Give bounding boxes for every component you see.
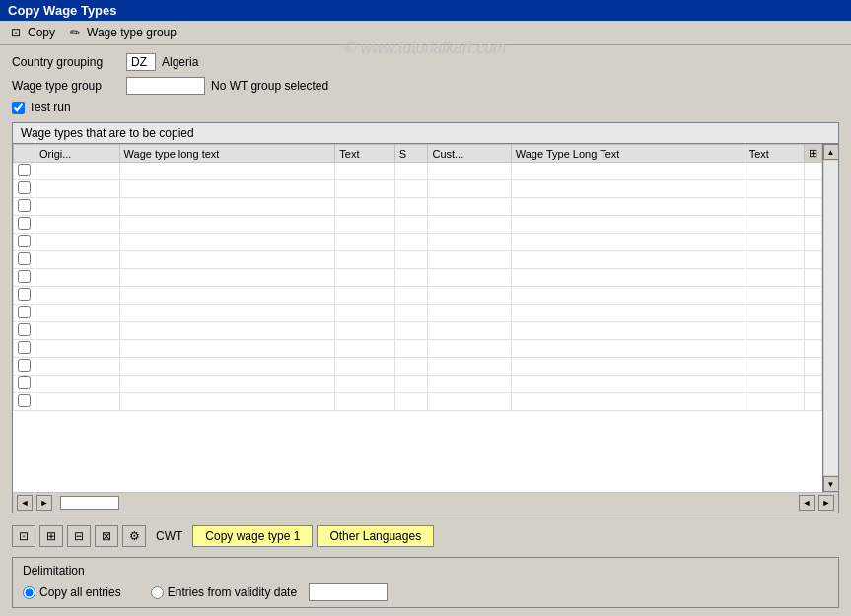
copy-all-label[interactable]: Copy all entries: [39, 585, 121, 599]
vertical-scrollbar: ▲ ▼: [822, 144, 838, 492]
table-cell: [428, 287, 511, 305]
entries-from-label[interactable]: Entries from validity date: [168, 585, 297, 599]
table-cell: [511, 269, 745, 287]
table-cell: [428, 393, 511, 411]
table-cell: [394, 322, 428, 340]
col-cust: Cust...: [428, 145, 511, 163]
table-cell: [119, 163, 335, 180]
table-cell: [428, 234, 511, 251]
table-cell: [428, 251, 511, 269]
wage-types-table-container: Wage types that are to be copied Origi..…: [12, 122, 839, 513]
table-cell: [335, 269, 394, 287]
table-cell: [119, 358, 335, 376]
table-row: [14, 198, 822, 216]
scroll-track[interactable]: [824, 161, 838, 475]
table-nav-bar: ◄ ► ◄ ►: [13, 492, 838, 513]
table-cell: [511, 340, 745, 358]
row-checkbox[interactable]: [18, 217, 31, 230]
table-cell: [35, 322, 120, 340]
col-selector-btn[interactable]: ⊞: [805, 145, 822, 163]
copy-all-item: Copy all entries: [23, 585, 121, 599]
row-checkbox[interactable]: [18, 270, 31, 283]
row-checkbox[interactable]: [18, 359, 31, 372]
title-bar: Copy Wage Types: [0, 0, 851, 21]
table-cell: [119, 216, 335, 234]
row-selector: [805, 322, 822, 340]
table-cell: [394, 163, 428, 180]
no-wt-group-text: No WT group selected: [211, 79, 328, 93]
col-text: Text: [335, 145, 394, 163]
scroll-down-btn[interactable]: ▼: [823, 476, 839, 492]
table-row: [14, 322, 822, 340]
row-selector: [805, 234, 822, 251]
table-cell: [428, 322, 511, 340]
nav-right-btn[interactable]: ►: [36, 495, 52, 511]
table-cell: [745, 234, 804, 251]
copy-wage-type-button[interactable]: Copy wage type 1: [192, 525, 313, 547]
table-cell: [745, 216, 804, 234]
icon-btn-4[interactable]: ⊠: [95, 525, 118, 547]
country-code-input[interactable]: [126, 53, 156, 71]
row-checkbox[interactable]: [18, 252, 31, 265]
row-checkbox[interactable]: [18, 288, 31, 301]
table-cell: [35, 251, 120, 269]
table-cell: [35, 234, 120, 251]
col-wtlt: Wage type long text: [119, 145, 335, 163]
right-nav: ◄ ►: [799, 495, 834, 511]
entries-from-radio[interactable]: [151, 586, 164, 599]
table-row: [14, 216, 822, 234]
row-checkbox[interactable]: [18, 235, 31, 247]
row-checkbox[interactable]: [18, 323, 31, 336]
icon-btn-5[interactable]: ⚙: [122, 525, 146, 547]
wage-type-group-toolbar-item[interactable]: ✏ Wage type group: [67, 25, 177, 40]
toolbar: ⊡ Copy ✏ Wage type group © www.tutorialk…: [0, 21, 851, 45]
table-cell: [745, 305, 804, 322]
row-checkbox[interactable]: [18, 164, 31, 176]
row-selector: [805, 216, 822, 234]
table-cell: [745, 251, 804, 269]
nav-left-btn[interactable]: ◄: [17, 495, 33, 511]
test-run-row: Test run: [12, 101, 839, 114]
table-scroll-area: Origi... Wage type long text Text S Cust…: [13, 144, 822, 492]
row-checkbox[interactable]: [18, 181, 31, 194]
nav-dots: [60, 496, 119, 510]
table-cell: [335, 358, 394, 376]
other-languages-button[interactable]: Other Languages: [317, 525, 434, 547]
table-cell: [511, 216, 745, 234]
table-cell: [745, 393, 804, 411]
row-checkbox[interactable]: [18, 394, 31, 407]
date-input[interactable]: [309, 583, 388, 601]
copy-toolbar-item[interactable]: ⊡ Copy: [8, 25, 55, 40]
row-checkbox[interactable]: [18, 341, 31, 354]
table-cell: [335, 340, 394, 358]
cwt-label: CWT: [150, 527, 188, 545]
wage-type-group-input[interactable]: [126, 77, 205, 95]
edit-toolbar-icon: ✏: [67, 25, 83, 40]
table-cell: [394, 251, 428, 269]
table-row: [14, 287, 822, 305]
test-run-label[interactable]: Test run: [29, 101, 71, 114]
table-cell: [35, 358, 120, 376]
row-checkbox[interactable]: [18, 376, 31, 389]
icon-btn-2[interactable]: ⊞: [39, 525, 63, 547]
table-cell: [335, 163, 394, 180]
table-cell: [35, 163, 120, 180]
table-cell: [511, 287, 745, 305]
table-row: [14, 251, 822, 269]
table-cell: [119, 251, 335, 269]
nav-right2-btn[interactable]: ◄: [799, 495, 815, 511]
copy-all-radio[interactable]: [23, 586, 35, 599]
table-row: [14, 305, 822, 322]
icon-btn-3[interactable]: ⊟: [67, 525, 91, 547]
wage-type-group-label: Wage type group: [12, 79, 120, 93]
icon-btn-1[interactable]: ⊡: [12, 525, 35, 547]
row-checkbox[interactable]: [18, 199, 31, 212]
test-run-checkbox[interactable]: [12, 102, 25, 114]
scroll-up-btn[interactable]: ▲: [823, 144, 839, 160]
table-cell: [394, 216, 428, 234]
window-title: Copy Wage Types: [8, 3, 117, 18]
table-row: [14, 358, 822, 376]
row-checkbox[interactable]: [18, 306, 31, 318]
nav-right3-btn[interactable]: ►: [818, 495, 834, 511]
row-selector: [805, 198, 822, 216]
